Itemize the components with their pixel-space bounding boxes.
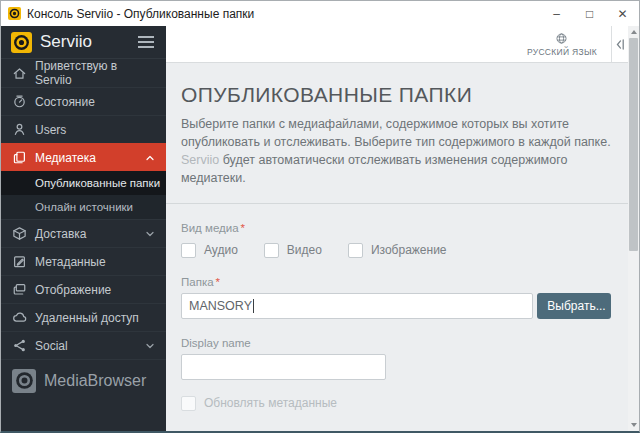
chevron-up-icon xyxy=(144,152,156,164)
text-caret xyxy=(253,299,254,313)
intro-brand-word: Serviio xyxy=(181,153,219,167)
page-content: ОПУБЛИКОВАННЫЕ ПАПКИ Выберите папки с ме… xyxy=(166,63,628,431)
sidebar-item-social[interactable]: Social xyxy=(1,331,166,359)
window-title: Консоль Serviio - Опубликованные папки xyxy=(27,7,254,21)
chevron-down-icon xyxy=(144,228,156,240)
checkbox-audio[interactable]: Аудио xyxy=(181,243,238,258)
media-type-label: Вид медиа* xyxy=(181,222,611,234)
language-selector[interactable]: РУССКИЙ ЯЗЫК xyxy=(513,26,611,62)
sidebar-item-label: Отображение xyxy=(35,283,111,297)
intro-text: будет автоматически отслеживать изменени… xyxy=(181,153,567,185)
serviio-logo-icon xyxy=(11,32,32,53)
checkbox-box[interactable] xyxy=(181,396,196,411)
home-icon xyxy=(11,65,27,81)
sidebar-item-status[interactable]: Состояние xyxy=(1,87,166,115)
mediabrowser-name: MediaBrowser xyxy=(44,372,146,390)
metadata-icon xyxy=(11,254,27,270)
folder-label: Папка* xyxy=(181,276,611,288)
page-title: ОПУБЛИКОВАННЫЕ ПАПКИ xyxy=(181,83,611,107)
main-area: РУССКИЙ ЯЗЫК ОПУБЛИКОВАННЫЕ ПАПКИ Выбери… xyxy=(166,26,639,431)
scroll-down-icon[interactable] xyxy=(628,419,639,431)
page-intro: Выберите папки с медиафайлами, содержимо… xyxy=(181,115,611,187)
sidebar-item-label: Social xyxy=(35,339,68,353)
checkbox-update-metadata[interactable]: Обновлять метаданные xyxy=(181,396,337,411)
sidebar-brand-row: Serviio xyxy=(1,26,166,59)
collapse-panel-button[interactable] xyxy=(611,26,628,62)
status-icon xyxy=(11,94,27,110)
delivery-icon xyxy=(11,226,27,242)
serviio-console-window: Консоль Serviio - Опубликованные папки –… xyxy=(0,0,640,433)
sidebar-item-label: Users xyxy=(35,123,66,137)
mediabrowser-brand: MediaBrowser xyxy=(1,359,166,401)
checkbox-label: Аудио xyxy=(204,243,238,258)
checkbox-label: Обновлять метаданные xyxy=(204,396,337,411)
window-controls: – □ ✕ xyxy=(540,1,639,26)
display-name-label: Display name xyxy=(181,337,611,349)
checkbox-video[interactable]: Видео xyxy=(264,243,322,258)
close-button[interactable]: ✕ xyxy=(606,1,639,26)
sidebar-subitem-label: Онлайн источники xyxy=(35,201,133,213)
app-logo-icon xyxy=(8,7,21,20)
sidebar-item-users[interactable]: Users xyxy=(1,115,166,143)
sidebar-subitem-online-sources[interactable]: Онлайн источники xyxy=(1,195,166,219)
scroll-up-icon[interactable] xyxy=(628,26,639,38)
display-name-input[interactable] xyxy=(181,354,386,380)
sidebar-nav: Приветствую в Serviio Состояние Users xyxy=(1,59,166,359)
section-divider xyxy=(166,203,628,204)
folder-form: Вид медиа* Аудио Видео Изображение xyxy=(166,222,628,431)
main-topbar: РУССКИЙ ЯЗЫК xyxy=(166,26,628,63)
presentation-icon xyxy=(11,282,27,298)
vertical-scrollbar[interactable] xyxy=(628,26,639,431)
menu-toggle-icon[interactable] xyxy=(136,33,156,51)
checkbox-box[interactable] xyxy=(181,243,196,258)
remote-access-icon xyxy=(11,310,27,326)
browse-button[interactable]: Выбрать... xyxy=(537,293,611,319)
user-icon xyxy=(11,122,27,138)
sidebar: Serviio Приветствую в Serviio Состояние xyxy=(1,26,166,431)
intro-text: Выберите папки с медиафайлами, содержимо… xyxy=(181,117,611,149)
minimize-button[interactable]: – xyxy=(540,1,573,26)
sidebar-item-label: Доставка xyxy=(35,227,87,241)
brand-name: Serviio xyxy=(40,32,92,52)
sidebar-item-delivery[interactable]: Доставка xyxy=(1,219,166,247)
sidebar-item-label: Состояние xyxy=(35,95,95,109)
sidebar-item-label: Метаданные xyxy=(35,255,106,269)
checkbox-box[interactable] xyxy=(348,243,363,258)
maximize-button[interactable]: □ xyxy=(573,1,606,26)
collapse-icon xyxy=(616,39,625,50)
folder-path-value: MANSORY xyxy=(189,299,252,313)
update-metadata-row: Обновлять метаданные xyxy=(181,396,611,411)
checkbox-box[interactable] xyxy=(264,243,279,258)
sidebar-item-label: Медиатека xyxy=(35,151,96,165)
required-mark: * xyxy=(216,276,220,288)
sidebar-item-welcome[interactable]: Приветствую в Serviio xyxy=(1,59,166,87)
checkbox-image[interactable]: Изображение xyxy=(348,243,447,258)
titlebar: Консоль Serviio - Опубликованные папки –… xyxy=(1,1,639,26)
sidebar-subitem-label: Опубликованные папки xyxy=(35,177,160,189)
sidebar-item-label: Приветствую в Serviio xyxy=(35,59,156,87)
library-icon xyxy=(11,150,27,166)
media-type-options: Аудио Видео Изображение xyxy=(181,243,611,258)
share-icon xyxy=(11,338,27,354)
checkbox-label: Видео xyxy=(287,243,322,258)
sidebar-item-remote-access[interactable]: Удаленный доступ xyxy=(1,303,166,331)
sidebar-filler xyxy=(1,401,166,431)
browse-button-label: Выбрать... xyxy=(547,299,605,313)
globe-icon xyxy=(555,32,568,45)
mediabrowser-logo-icon xyxy=(12,369,36,393)
sidebar-item-metadata[interactable]: Метаданные xyxy=(1,247,166,275)
sidebar-subitem-shared-folders[interactable]: Опубликованные папки xyxy=(1,171,166,195)
sidebar-item-presentation[interactable]: Отображение xyxy=(1,275,166,303)
chevron-down-icon xyxy=(144,340,156,352)
language-label: РУССКИЙ ЯЗЫК xyxy=(527,47,597,57)
checkbox-label: Изображение xyxy=(371,243,447,258)
scrollbar-track[interactable] xyxy=(628,38,639,419)
sidebar-item-library[interactable]: Медиатека xyxy=(1,143,166,171)
folder-path-input[interactable]: MANSORY xyxy=(181,293,533,319)
folder-row: MANSORY Выбрать... xyxy=(181,293,611,319)
required-mark: * xyxy=(241,222,245,234)
sidebar-item-label: Удаленный доступ xyxy=(35,311,139,325)
scrollbar-thumb[interactable] xyxy=(629,38,638,251)
